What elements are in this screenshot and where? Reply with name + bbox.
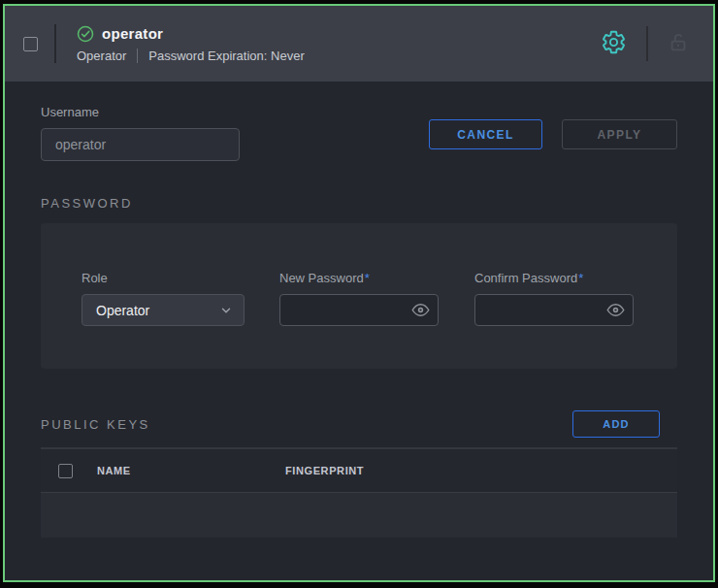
header-bar: operator Operator Password Expiration: N… <box>5 6 713 82</box>
subtitle-row: Operator Password Expiration: Never <box>77 49 305 63</box>
confirm-password-field-group: Confirm Password* <box>474 271 634 369</box>
column-header-fingerprint: FINGERPRINT <box>285 465 364 476</box>
gear-icon <box>601 29 627 58</box>
role-select[interactable]: Operator <box>82 294 245 326</box>
eye-icon <box>411 301 430 322</box>
required-marker: * <box>578 271 583 285</box>
password-panel: Role Operator New Password* <box>41 223 677 369</box>
role-field-group: Role Operator <box>82 271 245 369</box>
username-row: Username CANCEL APPLY <box>41 103 677 161</box>
role-selected-value: Operator <box>96 303 149 318</box>
user-detail-window: operator Operator Password Expiration: N… <box>3 4 715 582</box>
content-area: Username CANCEL APPLY PASSWORD Role Oper… <box>5 103 713 538</box>
toggle-confirm-password-visibility[interactable] <box>606 301 625 322</box>
user-role-text: Operator <box>77 49 126 63</box>
confirm-password-label: Confirm Password* <box>474 271 634 285</box>
role-label: Role <box>82 271 245 285</box>
eye-icon <box>606 301 625 322</box>
new-password-label: New Password* <box>279 271 439 285</box>
title-block: operator Operator Password Expiration: N… <box>77 25 305 63</box>
unlock-icon <box>668 32 689 56</box>
username-label: Username <box>41 105 99 119</box>
username-input[interactable] <box>41 128 240 161</box>
header-actions <box>601 26 689 61</box>
public-keys-header-row: PUBLIC KEYS ADD <box>41 410 677 438</box>
public-keys-table: NAME FINGERPRINT <box>41 447 677 538</box>
apply-button[interactable]: APPLY <box>562 119 677 149</box>
subtitle-separator <box>137 49 138 63</box>
cancel-button[interactable]: CANCEL <box>429 119 542 149</box>
username-field-group: Username <box>41 103 240 161</box>
select-user-checkbox[interactable] <box>23 37 38 51</box>
header-divider <box>54 24 56 63</box>
check-circle-icon <box>77 25 94 43</box>
page-title: operator <box>102 25 163 42</box>
select-all-keys-checkbox[interactable] <box>58 464 73 478</box>
password-expiration-text: Password Expiration: Never <box>148 49 304 63</box>
table-empty-row <box>41 493 677 538</box>
actions-divider <box>646 26 648 61</box>
settings-button[interactable] <box>601 29 627 58</box>
public-keys-heading: PUBLIC KEYS <box>41 417 150 432</box>
table-header-row: NAME FINGERPRINT <box>41 449 677 493</box>
new-password-field-group: New Password* <box>279 271 439 369</box>
password-section-heading: PASSWORD <box>41 196 677 211</box>
column-header-name: NAME <box>97 465 285 476</box>
required-marker: * <box>365 271 370 285</box>
add-public-key-button[interactable]: ADD <box>572 410 660 438</box>
form-action-buttons: CANCEL APPLY <box>429 119 677 161</box>
lock-button[interactable] <box>668 32 689 56</box>
toggle-new-password-visibility[interactable] <box>411 301 430 322</box>
